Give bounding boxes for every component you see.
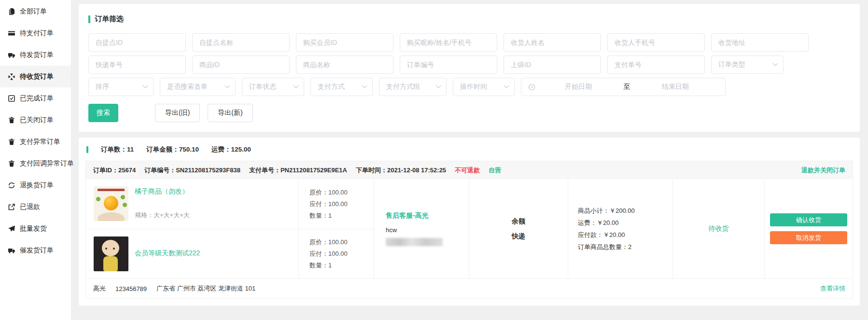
product-price-cell: 原价：100.00 应付：100.00 数量：1 xyxy=(298,229,374,278)
service-agent-title: 售后客服-高光 xyxy=(386,211,469,220)
sidebar-item-pending-shipment[interactable]: 待发货订单 xyxy=(0,44,71,66)
product-name-link[interactable]: 橘子商品（勿改） xyxy=(135,187,190,196)
order-admin-page: 全部订单 待支付订单 待发货订单 待收货订单 已完成订单 xyxy=(0,0,868,320)
summary-freight: 运费：125.00 xyxy=(211,145,251,154)
sidebar-item-completed[interactable]: 已完成订单 xyxy=(0,87,71,109)
pickup-name-input[interactable] xyxy=(192,33,290,52)
order-payment-number: 支付单号：PN21120817529E9E1A xyxy=(249,166,347,175)
receiver-phone-input[interactable] xyxy=(607,33,705,52)
buyer-member-id-input[interactable] xyxy=(296,33,393,52)
order-filter-panel: 订单筛选 订单类型 xyxy=(79,4,860,132)
tracking-number-input[interactable] xyxy=(88,56,186,74)
refund-and-close-link[interactable]: 退款并关闭订单 xyxy=(801,166,845,175)
product-spec: 规格：大+大+大+大 xyxy=(135,211,190,220)
chevron-down-icon xyxy=(142,83,148,88)
sidebar-item-label: 已完成订单 xyxy=(20,94,54,103)
operation-time-select[interactable]: 操作时间 xyxy=(453,78,515,96)
sidebar-item-pending-receipt[interactable]: 待收货订单 xyxy=(0,66,71,87)
order-id: 订单ID：25674 xyxy=(93,166,136,175)
product-thumbnail-orange xyxy=(94,186,128,221)
sidebar-item-closed[interactable]: 已关闭订单 xyxy=(0,109,71,131)
sidebar-item-label: 待支付订单 xyxy=(20,29,54,38)
payment-number-input[interactable] xyxy=(607,56,705,74)
payment-method: 余额 xyxy=(512,217,525,226)
view-detail-link[interactable]: 查看详情 xyxy=(820,284,845,293)
sidebar-item-urge-shipment[interactable]: 催发货订单 xyxy=(0,239,71,261)
sidebar-item-payment-error[interactable]: 支付异常订单 xyxy=(0,131,71,153)
filter-actions: 搜索 导出(旧) 导出(新) xyxy=(88,104,850,122)
search-button[interactable]: 搜索 xyxy=(88,104,118,122)
order-card: 订单ID：25674 订单编号：SN211208175293F838 支付单号：… xyxy=(85,161,853,299)
order-time: 下单时间：2021-12-08 17:52:25 xyxy=(356,166,446,175)
sidebar-item-label: 待收货订单 xyxy=(20,72,54,81)
delivery-method: 快递 xyxy=(512,232,525,241)
order-type-select[interactable]: 订单类型 xyxy=(711,56,784,74)
receiver-address: 广东省 广州市 荔湾区 龙津街道 101 xyxy=(156,284,255,293)
summary-order-count: 订单数：11 xyxy=(101,145,134,154)
receive-arrows-icon xyxy=(8,73,15,81)
check-square-icon xyxy=(8,95,15,102)
confirm-receipt-button[interactable]: 确认收货 xyxy=(770,213,847,226)
payment-method-group-select[interactable]: 支付方式组 xyxy=(379,78,447,96)
trash-icon xyxy=(8,116,15,124)
end-date-placeholder[interactable]: 结束日期 xyxy=(632,83,719,91)
order-sn-input[interactable] xyxy=(400,56,497,74)
payment-method-select[interactable]: 支付方式 xyxy=(310,78,373,96)
sidebar-item-all-orders[interactable]: 全部订单 xyxy=(0,0,71,22)
sidebar-item-returns[interactable]: 退换货订单 xyxy=(0,174,71,196)
sidebar-item-label: 已退款 xyxy=(20,203,40,211)
payable-price: 应付：100.00 xyxy=(309,200,374,209)
product-name-link[interactable]: 会员等级天数测试222 xyxy=(135,249,200,258)
receiver-address-input[interactable] xyxy=(711,33,809,52)
order-list-panel: 订单数：11 订单金额：750.10 运费：125.00 订单ID：25674 … xyxy=(79,138,860,306)
chevron-down-icon xyxy=(362,83,367,88)
first-order-select[interactable]: 是否搜索首单 xyxy=(160,78,236,96)
filter-row-1 xyxy=(88,33,850,52)
no-refund-badge: 不可退款 xyxy=(455,166,480,175)
chevron-down-icon xyxy=(772,61,778,66)
product-row: 会员等级天数测试222 xyxy=(86,229,298,278)
status-badge: 待收货 xyxy=(709,224,729,233)
trash-icon xyxy=(8,138,15,146)
product-price-cell: 原价：100.00 应付：100.00 数量：1 xyxy=(298,179,374,229)
clock-icon xyxy=(528,83,535,91)
sidebar-item-batch-shipment[interactable]: 批量发货 xyxy=(0,218,71,239)
paper-plane-icon xyxy=(8,225,15,233)
order-actions-cell: 确认收货 取消发货 xyxy=(764,179,853,278)
self-operated-badge: 自营 xyxy=(489,166,501,175)
amount-payable: 应付款：￥20.00 xyxy=(578,231,672,239)
export-old-button[interactable]: 导出(旧) xyxy=(155,104,200,122)
pickup-id-input[interactable] xyxy=(88,33,186,52)
receiver-name-input[interactable] xyxy=(504,33,601,52)
product-id-input[interactable] xyxy=(192,56,290,74)
payment-delivery-cell: 余额 快递 xyxy=(469,179,568,278)
product-name-input[interactable] xyxy=(296,56,393,74)
order-summary: 订单数：11 订单金额：750.10 运费：125.00 xyxy=(86,145,853,154)
date-range-picker[interactable]: 开始日期 至 结束日期 xyxy=(521,78,726,96)
parent-id-input[interactable] xyxy=(504,56,601,74)
quantity: 数量：1 xyxy=(309,261,374,270)
chevron-down-icon xyxy=(504,83,509,88)
goods-subtotal: 商品小计：￥200.00 xyxy=(578,207,672,215)
after-sale-service-cell: 售后客服-高光 hcw xyxy=(374,179,469,278)
trash-icon xyxy=(8,160,15,167)
summary-order-amount: 订单金额：750.10 xyxy=(146,145,199,154)
sidebar-item-pending-payment[interactable]: 待支付订单 xyxy=(0,22,71,44)
order-header: 订单ID：25674 订单编号：SN211208175293F838 支付单号：… xyxy=(86,161,853,179)
sidebar-item-payment-callback-error[interactable]: 支付回调异常订单 xyxy=(0,153,71,174)
cancel-shipment-button[interactable]: 取消发货 xyxy=(770,231,847,244)
freight-total: 运费：￥20.00 xyxy=(578,219,672,227)
start-date-placeholder[interactable]: 开始日期 xyxy=(535,83,622,91)
summary-accent-bar xyxy=(86,146,88,153)
bank-card-icon xyxy=(8,29,15,37)
filter-row-3: 排序 是否搜索首单 订单状态 支付方式 支付方式组 xyxy=(88,78,850,96)
sort-select[interactable]: 排序 xyxy=(88,78,154,96)
export-new-button[interactable]: 导出(新) xyxy=(208,104,252,122)
sidebar-item-label: 批量发货 xyxy=(20,224,47,233)
sidebar: 全部订单 待支付订单 待发货订单 待收货订单 已完成订单 xyxy=(0,0,71,320)
order-status-select[interactable]: 订单状态 xyxy=(242,78,304,96)
order-sn: 订单编号：SN211208175293F838 xyxy=(144,166,240,175)
buyer-nickname-input[interactable] xyxy=(400,33,497,52)
main-content: 订单筛选 订单类型 xyxy=(71,0,868,320)
sidebar-item-refunded[interactable]: 已退款 xyxy=(0,196,71,218)
